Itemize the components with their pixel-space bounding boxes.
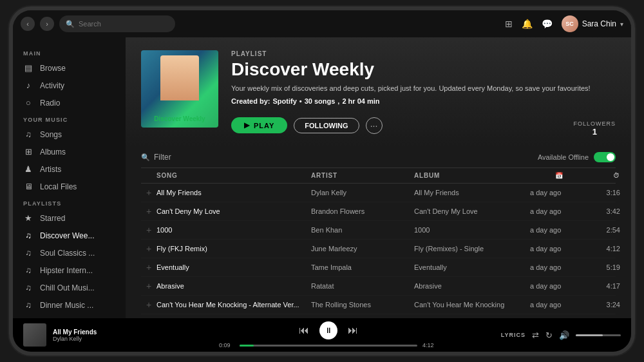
- add-track-icon[interactable]: +: [141, 187, 156, 198]
- sidebar-label-artists: Artists: [40, 165, 61, 174]
- table-row[interactable]: + Can't You Hear Me Knocking - Alternate…: [141, 296, 616, 314]
- sidebar-item-new-fav[interactable]: ♫ My New Favor...: [13, 314, 126, 318]
- cover-child-figure: [160, 55, 199, 100]
- pause-button[interactable]: ⏸: [319, 321, 337, 339]
- sidebar-item-chillout[interactable]: ♫ Chill Out Musi...: [13, 279, 126, 296]
- sidebar-item-radio[interactable]: ○ Radio: [13, 94, 126, 111]
- main-section-label: MAIN: [13, 45, 126, 59]
- next-button[interactable]: ⏭: [348, 325, 358, 336]
- track-album-5: Abrasive: [414, 282, 530, 290]
- search-icon: 🔍: [66, 20, 75, 28]
- track-date-6: a day ago: [530, 301, 588, 309]
- track-date-0: a day ago: [530, 189, 588, 196]
- player-left: All My Friends Dylan Kelly: [23, 323, 165, 347]
- avatar: SC: [562, 15, 578, 32]
- search-input[interactable]: [79, 20, 169, 28]
- filter-label: Filter: [154, 153, 171, 162]
- radio-icon: ○: [23, 98, 33, 108]
- sidebar-item-activity[interactable]: ♪ Activity: [13, 77, 126, 94]
- time-total: 4:12: [422, 342, 438, 348]
- progress-bar[interactable]: [240, 345, 417, 347]
- track-song-3: Fly (FKJ Remix): [156, 245, 311, 252]
- sidebar-item-songs[interactable]: ♫ Songs: [13, 126, 126, 143]
- add-track-icon[interactable]: +: [141, 225, 156, 235]
- main-content: MAIN ▤ Browse ♪ Activity ○ Radio YOUR MU…: [13, 37, 631, 318]
- forward-button[interactable]: ›: [40, 17, 54, 31]
- repeat-icon[interactable]: ↻: [545, 330, 553, 340]
- track-artist-0: Dylan Kelly: [311, 189, 414, 196]
- sidebar-item-local-files[interactable]: 🖥 Local Files: [13, 178, 126, 195]
- dinner-icon: ♫: [23, 300, 33, 310]
- grid-icon[interactable]: ⊞: [505, 19, 513, 29]
- soul-icon: ♫: [23, 248, 33, 258]
- player-right: LYRICS ⇄ ↻ 🔊: [492, 330, 621, 340]
- creator-name: Spotify: [273, 97, 297, 105]
- sidebar-label-songs: Songs: [40, 130, 62, 139]
- sidebar-item-albums[interactable]: ⊞ Albums: [13, 143, 126, 160]
- offline-toggle[interactable]: [594, 152, 616, 162]
- playlist-type: PLAYLIST: [231, 50, 616, 57]
- col-date-icon: 📅: [530, 172, 588, 179]
- track-rows-container: + All My Friends Dylan Kelly All My Frie…: [141, 184, 616, 318]
- bell-icon[interactable]: 🔔: [522, 19, 533, 29]
- table-row[interactable]: + All My Friends Dylan Kelly All My Frie…: [141, 184, 616, 202]
- chevron-down-icon: ▾: [620, 21, 623, 28]
- track-date-2: a day ago: [530, 226, 588, 234]
- sidebar-item-soul[interactable]: ♫ Soul Classics ...: [13, 244, 126, 262]
- offline-label: Available Offline: [538, 153, 589, 161]
- play-label: PLAY: [254, 122, 274, 129]
- songs-icon: ♫: [23, 129, 33, 139]
- sidebar-label-discover: Discover Wee...: [40, 231, 94, 240]
- add-track-icon[interactable]: +: [141, 206, 156, 216]
- sidebar-item-artists[interactable]: ♟ Artists: [13, 160, 126, 178]
- user-menu[interactable]: SC Sara Chin ▾: [562, 15, 623, 32]
- filter-box: 🔍 Filter: [141, 153, 171, 162]
- message-icon[interactable]: 💬: [542, 19, 553, 29]
- track-duration-0: 3:16: [588, 189, 620, 196]
- more-options-button[interactable]: ···: [366, 117, 383, 134]
- add-track-icon[interactable]: +: [141, 262, 156, 272]
- top-right-area: ⊞ 🔔 💬 SC Sara Chin ▾: [505, 15, 623, 32]
- track-duration-6: 3:24: [588, 301, 620, 309]
- table-row[interactable]: + 1000 Ben Khan 1000 a day ago 2:54: [141, 221, 616, 240]
- track-controls: 🔍 Filter Available Offline: [141, 147, 616, 168]
- play-icon: ▶: [244, 121, 250, 129]
- albums-icon: ⊞: [23, 147, 33, 157]
- local-files-icon: 🖥: [23, 182, 33, 191]
- time-current: 0:09: [219, 342, 234, 348]
- chillout-icon: ♫: [23, 283, 33, 292]
- add-track-icon[interactable]: +: [141, 281, 156, 291]
- lyrics-button[interactable]: LYRICS: [501, 332, 526, 338]
- add-track-icon[interactable]: +: [141, 300, 156, 310]
- back-button[interactable]: ‹: [21, 17, 35, 31]
- sidebar-item-hipster[interactable]: ♫ Hipster Intern...: [13, 262, 126, 279]
- volume-icon[interactable]: 🔊: [559, 330, 569, 340]
- sidebar-label-chillout: Chill Out Musi...: [40, 283, 95, 292]
- track-album-4: Eventually: [414, 263, 530, 271]
- table-row[interactable]: + Eventually Tame Impala Eventually a da…: [141, 258, 616, 277]
- song-count: 30 songs: [305, 97, 336, 105]
- created-by-label: Created by:: [231, 97, 270, 105]
- table-row[interactable]: + Can't Deny My Love Brandon Flowers Can…: [141, 202, 616, 221]
- table-row[interactable]: + Fly (FKJ Remix) June Marleezy Fly (Rem…: [141, 240, 616, 258]
- track-date-4: a day ago: [530, 263, 588, 271]
- playlist-title: Discover Weekly: [231, 60, 616, 80]
- browse-icon: ▤: [23, 63, 33, 73]
- sidebar-item-dinner[interactable]: ♫ Dinner Music ...: [13, 296, 126, 314]
- shuffle-icon[interactable]: ⇄: [532, 330, 539, 340]
- sidebar-item-discover[interactable]: ♫ Discover Wee...: [13, 227, 126, 244]
- volume-bar[interactable]: [576, 334, 621, 336]
- sidebar-item-starred[interactable]: ★ Starred: [13, 209, 126, 227]
- prev-button[interactable]: ⏮: [299, 325, 309, 336]
- play-button[interactable]: ▶ PLAY: [231, 117, 287, 133]
- add-track-icon[interactable]: +: [141, 243, 156, 254]
- star-icon: ★: [23, 213, 33, 223]
- track-song-0: All My Friends: [156, 189, 311, 196]
- sidebar-label-soul: Soul Classics ...: [40, 249, 95, 258]
- track-album-2: 1000: [414, 226, 530, 234]
- sidebar-item-browse[interactable]: ▤ Browse: [13, 59, 126, 77]
- table-row[interactable]: + Abrasive Ratatat Abrasive a day ago 4:…: [141, 277, 616, 296]
- following-button[interactable]: FOLLOWING: [294, 118, 359, 133]
- track-song-5: Abrasive: [156, 282, 311, 290]
- track-list-area: 🔍 Filter Available Offline SONG ARTIST A…: [126, 147, 631, 318]
